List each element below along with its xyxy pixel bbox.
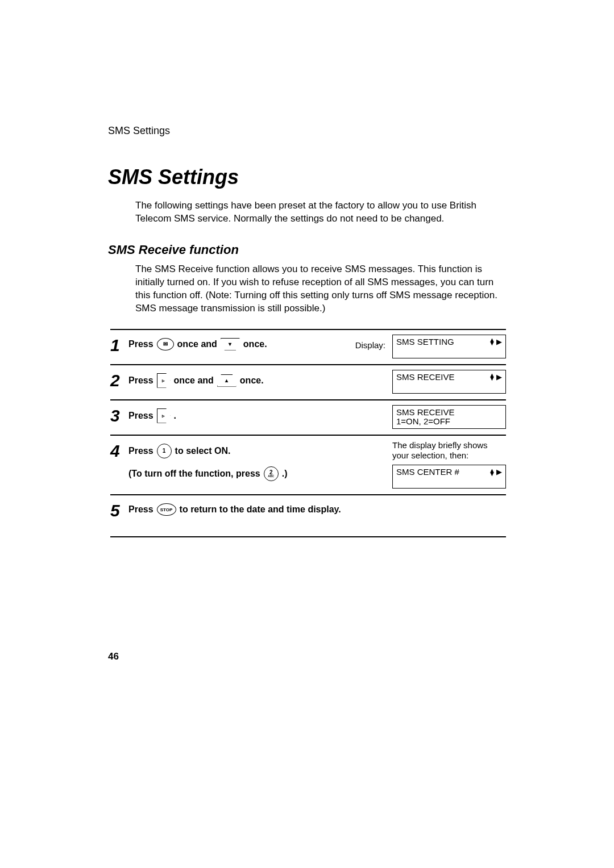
text: . xyxy=(174,411,176,421)
step-instruction: Press ✉ once and ▾ once. xyxy=(128,335,351,350)
text: Press xyxy=(128,411,154,421)
right-key-icon: ▹ xyxy=(157,373,171,388)
step-number: 2 xyxy=(110,370,128,389)
text: once. xyxy=(240,375,264,386)
one-key-icon: 1 xyxy=(157,444,172,458)
two-key-icon: 2ABC xyxy=(264,466,279,481)
sms-key-icon: ✉ xyxy=(157,338,174,350)
text: Press xyxy=(128,375,154,386)
step-instruction: Press 1 to select ON. (To turn off the f… xyxy=(128,440,388,481)
step-instruction: Press ▹ . xyxy=(128,405,388,423)
section-paragraph: The SMS Receive function allows you to r… xyxy=(135,263,506,315)
lcd-text: SMS CENTER # xyxy=(396,468,459,477)
display-note: The display briefly shows your selection… xyxy=(392,440,506,462)
nav-arrows-icon: ▲▼▶ xyxy=(489,468,502,476)
stop-key-icon: STOP xyxy=(157,503,176,516)
step-number: 5 xyxy=(110,500,128,519)
step-row: 5 Press STOP to return to the date and t… xyxy=(110,494,506,537)
text: Press xyxy=(128,339,154,349)
step-row: 1 Press ✉ once and ▾ once. Display: SMS … xyxy=(110,329,506,364)
step-instruction: Press ▹ once and ▴ once. xyxy=(128,370,388,388)
right-key-icon: ▹ xyxy=(157,408,171,423)
up-key-icon: ▴ xyxy=(217,374,237,387)
text: .) xyxy=(282,469,288,479)
lcd-text: SMS SETTING xyxy=(396,337,454,347)
lcd-display: SMS RECEIVE ▲▼▶ xyxy=(392,370,506,394)
text: Press xyxy=(128,446,154,456)
step-number: 3 xyxy=(110,405,128,424)
page-title: SMS Settings xyxy=(108,165,506,189)
display-label: Display: xyxy=(355,335,388,350)
manual-page: SMS Settings SMS Settings The following … xyxy=(0,0,614,868)
text: to return to the date and time display. xyxy=(180,504,341,515)
steps-list: 1 Press ✉ once and ▾ once. Display: SMS … xyxy=(110,329,506,538)
step-row: 3 Press ▹ . SMS RECEIVE 1=ON, 2=OFF xyxy=(110,399,506,435)
intro-paragraph: The following settings have been preset … xyxy=(135,199,506,226)
step-number: 4 xyxy=(110,440,128,460)
running-head: SMS Settings xyxy=(108,125,506,137)
lcd-text: SMS RECEIVE xyxy=(396,373,455,382)
lcd-display: SMS CENTER # ▲▼▶ xyxy=(392,465,506,489)
step-number: 1 xyxy=(110,335,128,354)
down-key-icon: ▾ xyxy=(221,338,240,350)
section-heading: SMS Receive function xyxy=(108,243,506,257)
lcd-display: SMS SETTING ▲▼▶ xyxy=(392,335,506,358)
text: to select ON. xyxy=(175,446,231,456)
lcd-text: SMS RECEIVE 1=ON, 2=OFF xyxy=(396,408,455,427)
step-instruction: Press STOP to return to the date and tim… xyxy=(128,500,506,516)
text: Press xyxy=(128,504,154,515)
nav-arrows-icon: ▲▼▶ xyxy=(489,337,502,346)
text: (To turn off the function, press xyxy=(128,469,260,479)
text: once and xyxy=(177,339,217,349)
step-row: 4 Press 1 to select ON. (To turn off the… xyxy=(110,435,506,495)
text: once and xyxy=(174,375,214,386)
step-row: 2 Press ▹ once and ▴ once. SMS RECEIVE ▲… xyxy=(110,364,506,399)
text: once. xyxy=(243,339,267,349)
page-number: 46 xyxy=(108,651,119,662)
lcd-display: SMS RECEIVE 1=ON, 2=OFF xyxy=(392,405,506,429)
nav-arrows-icon: ▲▼▶ xyxy=(489,373,502,381)
